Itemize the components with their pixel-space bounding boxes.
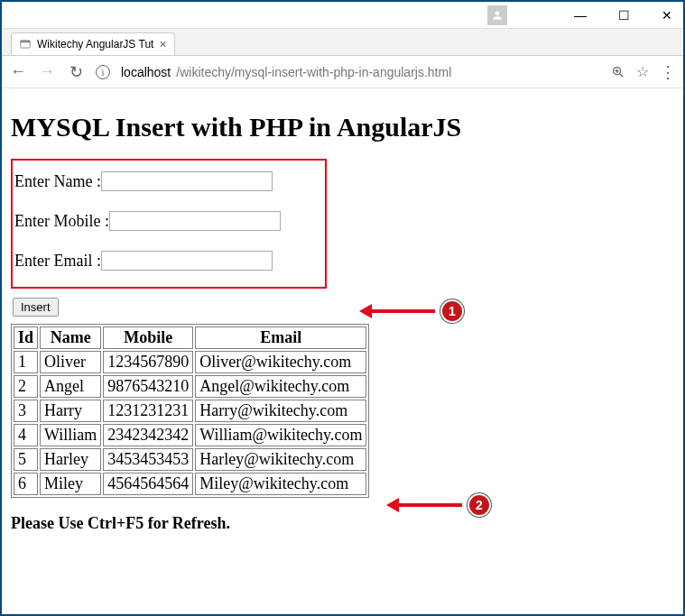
url-display[interactable]: localhost/wikitechy/mysql-insert-with-ph… [121, 65, 600, 79]
reload-button[interactable]: ↻ [67, 62, 85, 82]
col-id: Id [14, 326, 38, 349]
cell-name: Oliver [40, 351, 101, 373]
forward-button: → [38, 62, 56, 81]
callout-badge-2: 2 [467, 493, 491, 517]
cell-name: Angel [40, 375, 101, 398]
cell-mobile: 3453453453 [103, 448, 193, 471]
email-label: Enter Email : [14, 252, 101, 271]
svg-line-3 [620, 74, 623, 77]
cell-name: Harley [40, 448, 101, 471]
cell-mobile: 4564564564 [103, 473, 193, 495]
url-path: /wikitechy/mysql-insert-with-php-in-angu… [176, 65, 451, 79]
mobile-label: Enter Mobile : [14, 212, 109, 231]
cell-id: 2 [14, 375, 38, 398]
cell-id: 6 [14, 473, 38, 495]
cell-email: Miley@wikitechy.com [195, 473, 366, 495]
cell-id: 3 [14, 400, 38, 422]
cell-name: William [40, 424, 101, 446]
cell-mobile: 1231231231 [103, 400, 193, 422]
arrow-line [399, 503, 462, 507]
mobile-input[interactable] [109, 211, 281, 231]
insert-button[interactable]: Insert [13, 298, 59, 317]
callout-arrow-1: 1 [359, 299, 464, 323]
tab-close-icon[interactable]: × [159, 37, 166, 51]
cell-email: Angel@wikitechy.com [195, 375, 366, 398]
name-label: Enter Name : [14, 172, 101, 191]
cell-mobile: 2342342342 [103, 424, 193, 446]
arrow-head-icon [359, 304, 372, 318]
close-window-button[interactable]: ✕ [658, 8, 676, 23]
table-row: 3 Harry 1231231231 Harry@wikitechy.com [14, 400, 366, 422]
svg-rect-1 [21, 41, 31, 42]
cell-mobile: 9876543210 [103, 375, 193, 398]
browser-tab[interactable]: Wikitechy AngularJS Tut × [11, 32, 175, 55]
site-info-icon[interactable]: i [96, 65, 110, 79]
callout-badge-1: 1 [440, 299, 464, 323]
input-form: Enter Name : Enter Mobile : Enter Email … [11, 159, 327, 289]
table-row: 4 William 2342342342 William@wikitechy.c… [14, 424, 366, 446]
bookmark-star-icon[interactable]: ☆ [636, 63, 649, 80]
cell-name: Harry [40, 400, 101, 422]
name-input[interactable] [101, 171, 273, 191]
cell-email: William@wikitechy.com [195, 424, 366, 446]
data-table: Id Name Mobile Email 1 Oliver 1234567890… [11, 324, 369, 498]
cell-id: 5 [14, 448, 38, 471]
table-row: 2 Angel 9876543210 Angel@wikitechy.com [14, 375, 366, 398]
back-button[interactable]: ← [9, 62, 27, 81]
table-row: 6 Miley 4564564564 Miley@wikitechy.com [14, 473, 366, 495]
cell-id: 1 [14, 351, 38, 373]
url-host: localhost [121, 65, 171, 79]
callout-arrow-2: 2 [386, 493, 491, 517]
user-account-icon[interactable] [487, 5, 507, 25]
col-name: Name [40, 326, 101, 349]
arrow-head-icon [386, 498, 399, 512]
window-titlebar: — ☐ ✕ [2, 2, 683, 29]
zoom-icon[interactable] [611, 65, 625, 79]
browser-window: — ☐ ✕ Wikitechy AngularJS Tut × ← → ↻ i … [0, 0, 685, 616]
arrow-line [372, 309, 435, 313]
refresh-note: Please Use Ctrl+F5 for Refresh. [11, 514, 674, 533]
table-header-row: Id Name Mobile Email [14, 326, 366, 349]
address-bar: ← → ↻ i localhost/wikitechy/mysql-insert… [2, 56, 683, 88]
col-mobile: Mobile [103, 326, 193, 349]
cell-email: Oliver@wikitechy.com [195, 351, 366, 373]
cell-email: Harley@wikitechy.com [195, 448, 366, 471]
browser-menu-icon[interactable]: ⋮ [660, 62, 676, 82]
cell-email: Harry@wikitechy.com [195, 400, 366, 422]
page-content: MYSQL Insert with PHP in AngularJS Enter… [2, 88, 683, 540]
table-row: 5 Harley 3453453453 Harley@wikitechy.com [14, 448, 366, 471]
maximize-button[interactable]: ☐ [615, 8, 633, 23]
cell-mobile: 1234567890 [103, 351, 193, 373]
cell-id: 4 [14, 424, 38, 446]
col-email: Email [195, 326, 366, 349]
minimize-button[interactable]: — [571, 8, 589, 23]
email-input[interactable] [101, 251, 273, 271]
cell-name: Miley [40, 473, 101, 495]
tab-bar: Wikitechy AngularJS Tut × [2, 29, 683, 56]
tab-title: Wikitechy AngularJS Tut [37, 38, 153, 51]
table-row: 1 Oliver 1234567890 Oliver@wikitechy.com [14, 351, 366, 373]
tab-favicon [19, 38, 32, 51]
page-title: MYSQL Insert with PHP in AngularJS [11, 112, 674, 143]
